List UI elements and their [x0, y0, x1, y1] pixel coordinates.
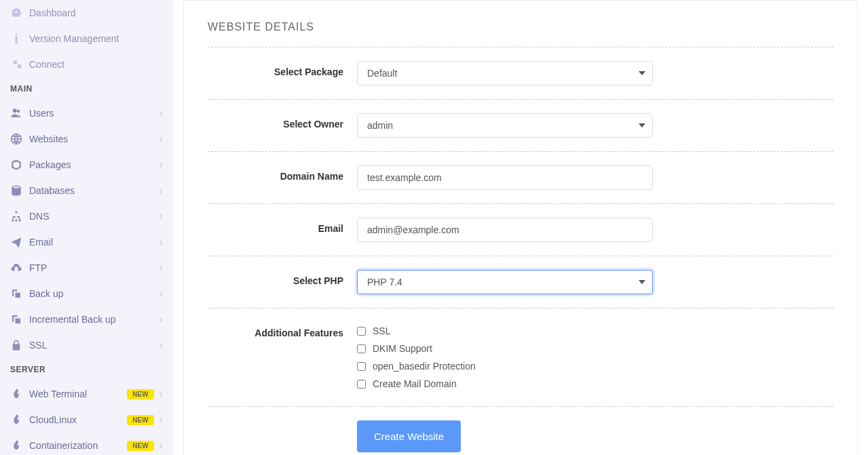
input-email[interactable] [357, 218, 653, 242]
sidebar-item-label: DNS [29, 211, 159, 222]
chevron-right-icon: › [159, 313, 163, 325]
sidebar-item-ftp[interactable]: FTP › [0, 255, 173, 281]
copy-icon [10, 288, 29, 300]
globe-icon [10, 133, 29, 145]
select-php[interactable]: PHP 7.4 [357, 270, 653, 294]
form-card: WEBSITE DETAILS Select Package Default S… [183, 0, 858, 455]
fire-icon [10, 388, 29, 400]
sidebar-item-backup[interactable]: Back up › [0, 281, 173, 306]
chevron-right-icon: › [159, 236, 163, 248]
checkbox-input-dkim[interactable] [357, 344, 366, 353]
sidebar-item-dashboard[interactable]: Dashboard [0, 0, 173, 26]
connect-icon [10, 58, 29, 71]
sidebar-item-label: Email [29, 237, 159, 248]
sidebar-item-dns[interactable]: DNS › [0, 203, 173, 229]
badge-new: NEW [127, 415, 153, 425]
sidebar-item-label: Version Management [29, 33, 163, 44]
label-features: Additional Features [208, 322, 357, 393]
card-title: WEBSITE DETAILS [184, 1, 857, 47]
label-php: Select PHP [208, 270, 357, 294]
sidebar-item-label: Packages [29, 159, 159, 170]
label-owner: Select Owner [208, 113, 357, 138]
badge-new: NEW [127, 441, 153, 451]
sidebar-item-label: Web Terminal [29, 389, 127, 399]
checkbox-openbasedir[interactable]: open_basedir Protection [357, 357, 653, 375]
section-label-main: MAIN [0, 77, 173, 100]
database-icon [10, 184, 29, 197]
sidebar-item-label: Websites [29, 134, 159, 144]
badge-new: NEW [127, 389, 153, 399]
checkbox-dkim[interactable]: DKIM Support [357, 340, 653, 357]
sidebar-item-users[interactable]: Users › [0, 100, 173, 126]
chevron-right-icon: › [159, 414, 163, 426]
sidebar-item-incremental-backup[interactable]: Incremental Back up › [0, 306, 173, 332]
sidebar-item-label: Containerization [29, 440, 127, 451]
chevron-right-icon: › [159, 339, 163, 351]
section-label-server: SERVER [0, 358, 173, 381]
chevron-right-icon: › [159, 439, 163, 452]
sidebar-item-label: Back up [29, 288, 159, 299]
create-website-button[interactable]: Create Website [357, 420, 461, 452]
sidebar-item-containerization[interactable]: Containerization NEW › [0, 433, 173, 455]
sidebar-item-connect[interactable]: Connect [0, 52, 173, 77]
sidebar-item-label: Dashboard [29, 7, 163, 18]
lock-icon [10, 339, 29, 351]
sidebar-item-packages[interactable]: Packages › [0, 152, 173, 178]
chevron-right-icon: › [159, 133, 163, 145]
label-package: Select Package [208, 61, 357, 85]
plane-icon [10, 236, 29, 248]
cloud-upload-icon [10, 262, 29, 274]
sidebar-item-cloudlinux[interactable]: CloudLinux NEW › [0, 407, 173, 433]
fire-icon [10, 439, 29, 452]
checkbox-maildomain[interactable]: Create Mail Domain [357, 375, 653, 393]
sidebar-item-email[interactable]: Email › [0, 229, 173, 255]
sidebar-item-label: CloudLinux [29, 414, 127, 425]
checkbox-ssl[interactable]: SSL [357, 322, 653, 340]
checkbox-label: SSL [373, 325, 390, 336]
main-content: WEBSITE DETAILS Select Package Default S… [173, 0, 868, 455]
label-email: Email [208, 218, 357, 242]
chevron-right-icon: › [159, 184, 163, 197]
input-domain[interactable] [357, 165, 653, 190]
sidebar-item-version-management[interactable]: Version Management [0, 26, 173, 52]
chevron-right-icon: › [159, 388, 163, 400]
select-package[interactable]: Default [357, 61, 653, 85]
sidebar-item-ssl[interactable]: SSL › [0, 332, 173, 358]
chevron-right-icon: › [159, 159, 163, 171]
dashboard-icon [10, 7, 29, 19]
checkbox-input-maildomain[interactable] [357, 380, 366, 389]
sidebar-item-label: Databases [29, 185, 159, 196]
chevron-right-icon: › [159, 288, 163, 300]
checkbox-input-openbasedir[interactable] [357, 362, 366, 371]
packages-icon [10, 159, 29, 171]
checkbox-label: DKIM Support [373, 343, 432, 354]
sidebar-item-databases[interactable]: Databases › [0, 178, 173, 203]
label-domain: Domain Name [208, 165, 357, 190]
sidebar-item-web-terminal[interactable]: Web Terminal NEW › [0, 381, 173, 407]
users-icon [10, 107, 29, 119]
info-icon [10, 33, 29, 45]
sidebar: Dashboard Version Management Connect MAI… [0, 0, 173, 455]
select-owner[interactable]: admin [357, 113, 653, 138]
sidebar-item-label: Users [29, 108, 159, 119]
sidebar-item-label: FTP [29, 262, 159, 273]
copy-icon [10, 313, 29, 325]
sidebar-item-label: Connect [29, 59, 163, 70]
fire-icon [10, 414, 29, 426]
sitemap-icon [10, 210, 29, 222]
chevron-right-icon: › [159, 262, 163, 274]
sidebar-item-label: Incremental Back up [29, 314, 159, 325]
checkbox-input-ssl[interactable] [357, 327, 366, 336]
sidebar-item-label: SSL [29, 340, 159, 351]
checkbox-label: Create Mail Domain [373, 378, 457, 389]
sidebar-item-websites[interactable]: Websites › [0, 126, 173, 152]
checkbox-label: open_basedir Protection [373, 361, 476, 372]
chevron-right-icon: › [159, 107, 163, 119]
chevron-right-icon: › [159, 210, 163, 222]
